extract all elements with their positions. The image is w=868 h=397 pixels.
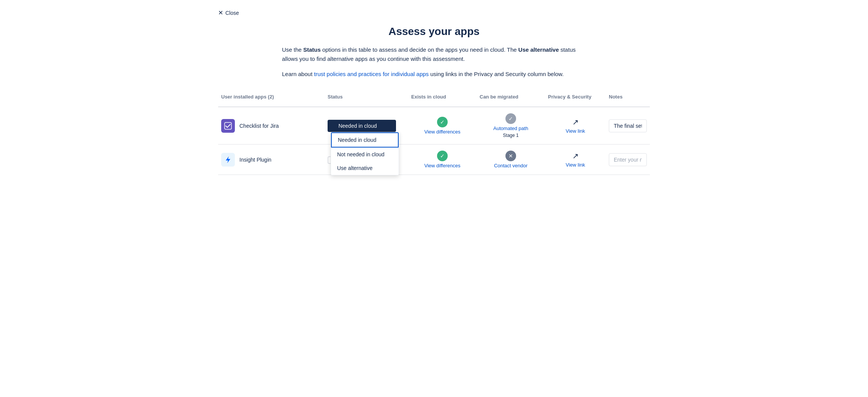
desc-part1: Use the: [282, 46, 303, 53]
dropdown-option-use-alternative-label: Use alternative: [337, 165, 372, 171]
insight-app-name: Insight Plugin: [239, 157, 271, 163]
notes-cell-insight: [606, 147, 650, 172]
check-circle-checklist: ✓: [437, 117, 448, 127]
page-title: Assess your apps: [218, 25, 650, 38]
notes-cell-checklist: [606, 113, 650, 138]
th-migrated: Can be migrated: [477, 91, 545, 103]
notes-input-checklist[interactable]: [609, 119, 647, 132]
status-dropdown-checklist[interactable]: Needed in cloud: [328, 120, 396, 132]
close-button[interactable]: ✕ Close: [218, 9, 239, 16]
app-cell-checklist: Checklist for Jira: [218, 113, 325, 139]
close-label: Close: [225, 10, 239, 16]
exists-cell-insight: ✓ View differences: [408, 145, 477, 175]
table-row-insight: Insight Plugin ▾ ✓ View differences ✕ C: [218, 145, 650, 175]
checklist-dropdown-menu: Needed in cloud Not needed in cloud Use …: [331, 132, 399, 175]
privacy-cell-insight: ↗ View link: [545, 145, 606, 174]
view-differences-link-insight[interactable]: View differences: [424, 163, 461, 168]
checklist-app-name: Checklist for Jira: [239, 123, 279, 129]
th-status: Status: [325, 91, 408, 103]
desc-part2: options in this table to assess and deci…: [321, 46, 518, 53]
dropdown-option-needed[interactable]: Needed in cloud: [331, 132, 399, 148]
learn-part1: Learn about: [282, 71, 314, 77]
view-link-insight[interactable]: View link: [565, 162, 585, 168]
stage-text-checklist: Stage 1: [503, 133, 518, 138]
learn-part2: using links in the Privacy and Security …: [429, 71, 564, 77]
header-section: Assess your apps Use the Status options …: [218, 25, 650, 79]
privacy-arrow-insight: ↗: [572, 151, 579, 160]
dropdown-option-not-needed-label: Not needed in cloud: [337, 151, 385, 157]
migrated-icon-insight: ✕: [505, 151, 516, 161]
dropdown-option-needed-label: Needed in cloud: [338, 137, 376, 143]
status-dropdown-wrapper-checklist: Needed in cloud ▾ Needed in cloud Not ne…: [328, 120, 396, 132]
desc-bold2: Use alternative: [518, 46, 559, 53]
exists-cell-checklist: ✓ View differences: [408, 111, 477, 141]
table-row: Checklist for Jira Needed in cloud ▾ Nee…: [218, 107, 650, 145]
status-cell-checklist: Needed in cloud ▾ Needed in cloud Not ne…: [325, 114, 408, 138]
privacy-cell-checklist: ↗ View link: [545, 111, 606, 140]
privacy-arrow-checklist: ↗: [572, 118, 579, 127]
migrated-cell-checklist: ✓ Automated path Stage 1: [477, 107, 545, 144]
th-apps: User installed apps (2): [218, 91, 325, 103]
contact-vendor-link-insight[interactable]: Contact vendor: [494, 163, 527, 168]
view-differences-link-checklist[interactable]: View differences: [424, 129, 461, 135]
learn-text: Learn about trust policies and practices…: [282, 70, 586, 79]
checklist-status-label: Needed in cloud: [338, 123, 377, 129]
trust-policies-link[interactable]: trust policies and practices for individ…: [314, 71, 429, 77]
migrated-icon-checklist: ✓: [505, 113, 516, 124]
table-section: User installed apps (2) Status Exists in…: [218, 91, 650, 175]
dropdown-option-not-needed[interactable]: Not needed in cloud: [331, 148, 399, 161]
description-text: Use the Status options in this table to …: [282, 45, 586, 64]
th-privacy: Privacy & Security: [545, 91, 606, 103]
table-header: User installed apps (2) Status Exists in…: [218, 91, 650, 107]
th-exists: Exists in cloud: [408, 91, 477, 103]
app-cell-insight: Insight Plugin: [218, 147, 325, 173]
view-link-checklist[interactable]: View link: [565, 128, 585, 134]
close-icon: ✕: [218, 9, 223, 16]
automated-path-link-checklist[interactable]: Automated path: [493, 125, 528, 131]
check-circle-insight: ✓: [437, 151, 448, 161]
notes-input-insight[interactable]: [609, 153, 647, 166]
dropdown-option-use-alternative[interactable]: Use alternative: [331, 161, 399, 175]
insight-app-icon: [221, 153, 235, 167]
migrated-cell-insight: ✕ Contact vendor: [477, 145, 545, 175]
checklist-app-icon: [221, 119, 235, 133]
desc-bold1: Status: [303, 46, 321, 53]
th-notes: Notes: [606, 91, 650, 103]
